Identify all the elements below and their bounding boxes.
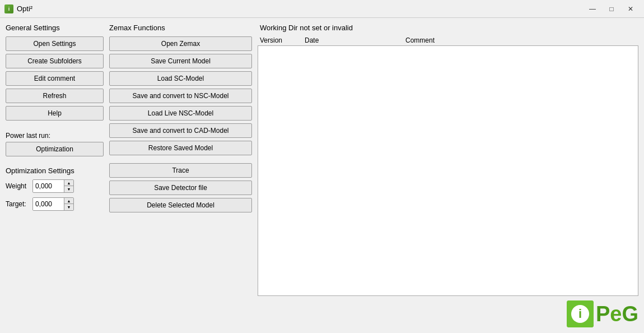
target-arrows: ▲ ▼ <box>64 198 73 210</box>
table-header: Version Date Comment <box>258 35 638 45</box>
close-button[interactable]: ✕ <box>622 2 640 16</box>
open-settings-button[interactable]: Open Settings <box>6 36 104 51</box>
power-last-run-label: Power last run: <box>6 132 104 140</box>
right-panel: Working Dir not set or invalid Version D… <box>258 24 638 327</box>
middle-panel: Zemax Functions Open Zemax Save Current … <box>109 24 252 327</box>
app-icon: i <box>4 4 13 13</box>
help-button[interactable]: Help <box>6 106 104 121</box>
window-controls: — □ ✕ <box>584 2 640 16</box>
weight-arrows: ▲ ▼ <box>64 180 73 192</box>
target-up-arrow[interactable]: ▲ <box>64 198 73 204</box>
refresh-button[interactable]: Refresh <box>6 89 104 103</box>
delete-selected-model-button[interactable]: Delete Selected Model <box>109 198 252 212</box>
logo-area: i PeG <box>567 300 638 327</box>
weight-input[interactable] <box>33 180 64 192</box>
target-row: Target: ▲ ▼ <box>6 197 104 211</box>
column-comment: Comment <box>405 36 636 44</box>
optimization-settings-title: Optimization Settings <box>6 166 104 175</box>
edit-comment-button[interactable]: Edit comment <box>6 71 104 86</box>
left-panel: General Settings Open Settings Create Su… <box>6 24 104 327</box>
column-version: Version <box>260 36 305 44</box>
general-settings-title: General Settings <box>6 24 104 32</box>
target-label: Target: <box>6 200 29 208</box>
footer-area: i PeG <box>258 296 638 327</box>
column-date: Date <box>305 36 405 44</box>
create-subfolders-button[interactable]: Create Subfolders <box>6 54 104 68</box>
logo-g: G <box>622 302 638 326</box>
load-sc-model-button[interactable]: Load SC-Model <box>109 71 252 86</box>
weight-spinner[interactable]: ▲ ▼ <box>32 179 74 193</box>
working-dir-status: Working Dir not set or invalid <box>258 24 638 32</box>
target-down-arrow[interactable]: ▼ <box>64 204 73 210</box>
save-convert-cad-button[interactable]: Save and convert to CAD-Model <box>109 123 252 138</box>
power-section: Power last run: Optimization <box>6 132 104 156</box>
app-icon-letter: i <box>8 6 10 12</box>
logo-icon: i <box>567 300 594 327</box>
open-zemax-button[interactable]: Open Zemax <box>109 36 252 51</box>
weight-down-arrow[interactable]: ▼ <box>64 186 73 192</box>
logo-svg: i <box>567 300 594 327</box>
weight-label: Weight <box>6 182 29 190</box>
restore-saved-button[interactable]: Restore Saved Model <box>109 141 252 155</box>
zemax-functions-title: Zemax Functions <box>109 24 252 32</box>
save-current-model-button[interactable]: Save Current Model <box>109 54 252 68</box>
app-title: Opti² <box>17 4 32 13</box>
lower-buttons-group: Trace Save Detector file Delete Selected… <box>109 163 252 212</box>
title-bar: i Opti² — □ ✕ <box>0 0 644 18</box>
optimization-settings: Optimization Settings Weight ▲ ▼ Target:… <box>6 166 104 211</box>
main-content: General Settings Open Settings Create Su… <box>0 18 644 333</box>
logo-text: PeG <box>596 302 638 326</box>
maximize-button[interactable]: □ <box>603 2 620 16</box>
save-detector-file-button[interactable]: Save Detector file <box>109 181 252 195</box>
target-spinner[interactable]: ▲ ▼ <box>32 197 74 211</box>
data-table[interactable] <box>258 45 638 296</box>
weight-up-arrow[interactable]: ▲ <box>64 180 73 186</box>
target-input[interactable] <box>33 198 64 210</box>
logo-e: e <box>610 302 622 326</box>
optimization-button[interactable]: Optimization <box>6 142 104 156</box>
load-live-nsc-button[interactable]: Load Live NSC-Model <box>109 106 252 121</box>
weight-row: Weight ▲ ▼ <box>6 179 104 193</box>
svg-text:i: i <box>578 307 582 321</box>
logo-p: P <box>596 302 610 326</box>
trace-button[interactable]: Trace <box>109 163 252 178</box>
minimize-button[interactable]: — <box>584 2 601 16</box>
save-convert-nsc-button[interactable]: Save and convert to NSC-Model <box>109 89 252 103</box>
